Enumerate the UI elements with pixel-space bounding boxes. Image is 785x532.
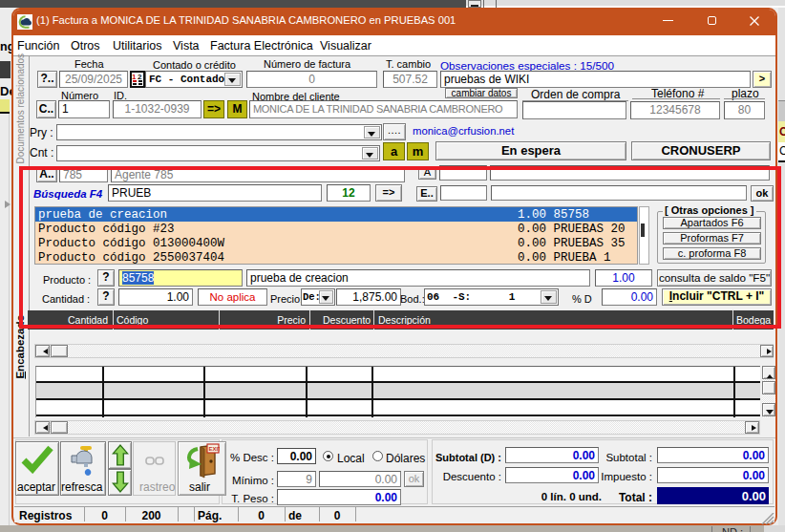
svg-text:1: 1	[132, 73, 137, 81]
svg-text:EXIT: EXIT	[209, 446, 221, 452]
svg-text:2: 2	[138, 73, 142, 81]
